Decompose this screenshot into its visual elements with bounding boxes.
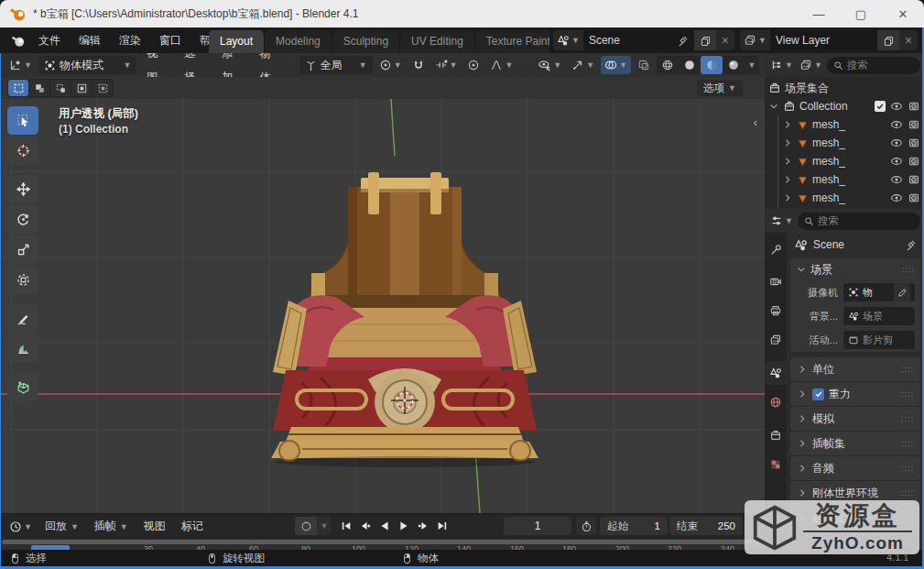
next-keyframe-button[interactable] — [414, 517, 432, 535]
camera-render-icon[interactable] — [908, 137, 920, 149]
viewport-3d[interactable]: 用户透视 (局部) (1) Collection ‹ — [0, 99, 765, 513]
tab-scene[interactable] — [765, 361, 787, 385]
tab-output[interactable] — [765, 299, 787, 323]
proportional-editing-toggle[interactable] — [463, 56, 484, 74]
select-mode-set[interactable] — [8, 80, 28, 96]
select-mode-extend[interactable] — [29, 80, 49, 96]
panel-gravity[interactable]: 重力 :::: — [790, 382, 920, 406]
chevron-down-icon[interactable] — [768, 101, 779, 112]
panel-grip[interactable]: :::: — [901, 439, 914, 448]
panel-grip[interactable]: :::: — [901, 389, 914, 399]
treasure-chest-model[interactable] — [271, 172, 538, 467]
jump-to-start-button[interactable] — [337, 517, 355, 535]
outliner-scene-collection[interactable]: 场景集合 — [765, 79, 924, 97]
panel-grip[interactable]: :::: — [901, 365, 914, 374]
auto-keying-toggle[interactable] — [295, 517, 317, 535]
snap-target-dropdown[interactable]: ▼ — [431, 56, 462, 74]
select-mode-subtract[interactable] — [50, 80, 71, 96]
menu-select[interactable]: 选择 — [177, 53, 212, 77]
tool-cursor[interactable] — [7, 137, 38, 165]
collection-checkbox[interactable] — [875, 101, 886, 112]
keying-menu[interactable]: 插帧▼ — [88, 518, 135, 536]
panel-grip[interactable]: :::: — [901, 414, 914, 423]
camera-render-icon[interactable] — [908, 155, 920, 168]
outliner-mesh-row[interactable]: mesh_ — [778, 152, 924, 170]
use-preview-range-toggle[interactable] — [576, 517, 596, 535]
tab-sculpting[interactable]: Sculpting — [332, 30, 399, 53]
outliner-display-mode-dropdown[interactable]: ▼ — [798, 56, 824, 74]
pin-icon[interactable] — [677, 35, 689, 47]
mode-dropdown[interactable]: 物体模式 ▼ — [38, 56, 136, 74]
timeline-ruler[interactable]: 20 40 60 80 100 120 140 160 180 200 220 … — [0, 539, 765, 550]
chevron-right-icon[interactable] — [782, 137, 793, 148]
eyedropper-button[interactable] — [894, 283, 910, 301]
previous-keyframe-button[interactable] — [356, 517, 375, 535]
tool-annotate[interactable] — [7, 304, 38, 333]
outliner-mesh-row[interactable]: mesh_ — [778, 170, 924, 189]
tab-modeling[interactable]: Modeling — [265, 30, 332, 53]
close-button[interactable]: ✕ — [882, 0, 924, 27]
camera-render-icon[interactable] — [908, 100, 920, 113]
panel-grip[interactable]: :::: — [902, 265, 915, 274]
timeline-view-menu[interactable]: 视图 — [137, 519, 172, 534]
sidebar-toggle-chevron[interactable]: ‹ — [754, 115, 757, 129]
scene-browse-button[interactable]: ▼ — [553, 30, 583, 50]
eye-icon[interactable] — [890, 191, 903, 204]
tool-select-box[interactable] — [7, 106, 38, 135]
view-layer-remove-button[interactable] — [899, 30, 918, 50]
options-dropdown[interactable]: 选项 ▼ — [697, 80, 743, 96]
outliner-mesh-row[interactable]: mesh_ — [778, 115, 924, 134]
panel-keying-sets[interactable]: 插帧集 :::: — [790, 432, 920, 455]
tool-add-cube[interactable] — [7, 373, 38, 401]
scene-panel-header[interactable]: 场景 :::: — [790, 258, 920, 280]
timeline-editor-type-dropdown[interactable]: ▼ — [5, 518, 36, 536]
select-mode-intersect[interactable] — [92, 80, 113, 96]
jump-to-end-button[interactable] — [433, 517, 451, 535]
active-clip-field[interactable]: 影片剪 — [843, 331, 915, 349]
shading-rendered-button[interactable] — [723, 56, 745, 74]
snap-toggle[interactable] — [408, 56, 429, 74]
shading-solid-button[interactable] — [679, 56, 701, 74]
camera-render-icon[interactable] — [908, 118, 920, 131]
blender-menu-button[interactable] — [5, 30, 29, 50]
playback-menu[interactable]: 回放▼ — [38, 518, 85, 536]
frame-start-field[interactable]: 起始 1 — [600, 517, 668, 535]
timeline-marker-menu[interactable]: 标记 — [175, 519, 210, 534]
chevron-right-icon[interactable] — [782, 174, 793, 185]
properties-editor-type-dropdown[interactable]: ▼ — [768, 212, 795, 230]
camera-render-icon[interactable] — [908, 173, 920, 186]
shading-material-preview-button[interactable] — [701, 56, 723, 74]
visibility-dropdown[interactable]: ▼ — [534, 56, 565, 74]
auto-keying-dropdown[interactable]: ▼ — [317, 517, 332, 535]
scene-unlink-button[interactable] — [716, 30, 734, 50]
outliner-collection-row[interactable]: Collection — [765, 97, 924, 115]
eye-icon[interactable] — [890, 173, 903, 186]
tool-transform[interactable] — [7, 266, 38, 294]
pivot-point-dropdown[interactable]: ▼ — [375, 56, 406, 74]
gizmos-dropdown[interactable]: ▼ — [568, 56, 598, 74]
chevron-right-icon[interactable] — [782, 192, 793, 203]
tool-rotate[interactable] — [7, 205, 38, 234]
tab-layout[interactable]: Layout — [209, 30, 264, 53]
tab-world[interactable] — [765, 390, 787, 414]
menu-window[interactable]: 窗口 — [150, 27, 190, 53]
panel-simulation[interactable]: 模拟 :::: — [790, 407, 920, 431]
timeline-scrollbar[interactable] — [2, 540, 762, 544]
play-reverse-button[interactable] — [375, 517, 394, 535]
panel-grip[interactable]: :::: — [901, 488, 914, 498]
camera-render-icon[interactable] — [908, 191, 920, 204]
proportional-falloff-dropdown[interactable]: ▼ — [486, 56, 516, 74]
view-layer-copy-button[interactable] — [877, 30, 899, 50]
menu-view[interactable]: 视图 — [139, 53, 174, 77]
menu-render[interactable]: 渲染 — [110, 27, 150, 53]
tab-collection[interactable] — [765, 423, 787, 447]
panel-audio[interactable]: 音频 :::: — [790, 456, 920, 480]
minimize-button[interactable]: — — [798, 0, 840, 27]
menu-edit[interactable]: 编辑 — [70, 27, 110, 53]
eye-icon[interactable] — [890, 155, 903, 168]
tool-move[interactable] — [7, 175, 38, 203]
tab-texture[interactable] — [765, 453, 787, 476]
menu-file[interactable]: 文件 — [29, 27, 70, 53]
pin-icon[interactable] — [905, 239, 917, 251]
tab-tool[interactable] — [765, 238, 787, 262]
